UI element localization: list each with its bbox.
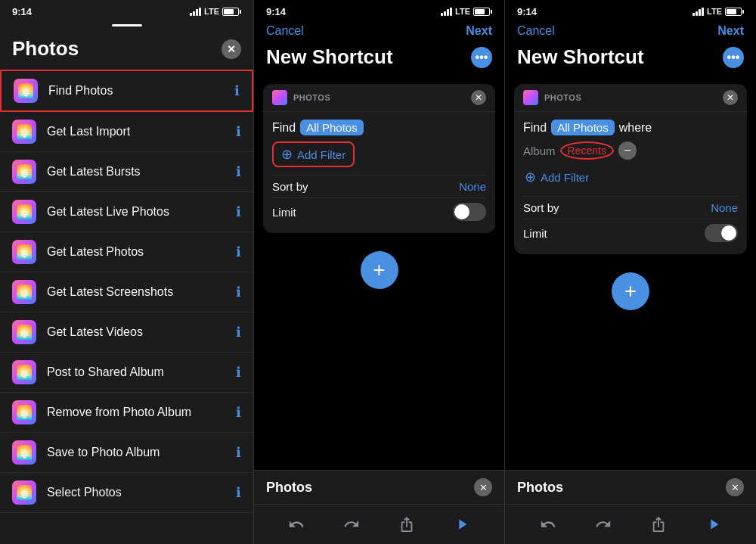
where-label-right: where: [619, 121, 652, 135]
list-item[interactable]: 🌅 Find Photos ℹ: [0, 70, 253, 112]
info-icon[interactable]: ℹ: [234, 82, 240, 99]
info-icon[interactable]: ℹ: [236, 244, 241, 260]
next-button-mid[interactable]: Next: [466, 24, 492, 38]
time-right: 9:14: [517, 6, 537, 17]
cancel-button-right[interactable]: Cancel: [517, 24, 555, 38]
bottom-close-icon: ✕: [479, 482, 488, 493]
limit-label-right: Limit: [523, 227, 547, 240]
info-icon[interactable]: ℹ: [236, 324, 241, 340]
options-button-right[interactable]: •••: [723, 47, 744, 68]
list-item[interactable]: 🌅 Get Latest Photos ℹ: [0, 232, 253, 272]
lte-mid: LTE: [455, 7, 470, 16]
battery-fill: [224, 9, 234, 14]
bottom-sheet-title-mid: Photos: [266, 480, 312, 496]
add-action-button-mid[interactable]: +: [361, 251, 398, 289]
sort-value-mid[interactable]: None: [459, 180, 486, 193]
undo-button-right[interactable]: [536, 512, 560, 536]
info-icon[interactable]: ℹ: [236, 444, 241, 461]
photos-icon: 🌅: [12, 120, 36, 144]
options-button-mid[interactable]: •••: [471, 47, 492, 68]
battery-mid: [473, 8, 492, 16]
redo-button-right[interactable]: [591, 512, 615, 536]
photos-list: 🌅 Find Photos ℹ 🌅 Get Last Import ℹ 🌅 Ge…: [0, 70, 253, 544]
info-icon[interactable]: ℹ: [236, 204, 241, 220]
battery-tip-mid: [491, 10, 492, 14]
limit-toggle-mid[interactable]: [453, 203, 486, 221]
list-item[interactable]: 🌅 Select Photos ℹ: [0, 473, 253, 513]
battery-right: [725, 8, 744, 16]
item-label: Save to Photo Album: [47, 446, 236, 459]
title-row-right: New Shortcut •••: [517, 45, 744, 69]
add-filter-text-right: Add Filter: [541, 171, 589, 184]
action-card-header-right: PHOTOS ✕: [514, 84, 747, 112]
item-label: Post to Shared Album: [47, 365, 236, 379]
bar4: [450, 8, 452, 16]
list-item[interactable]: 🌅 Get Latest Bursts ℹ: [0, 152, 253, 192]
status-bar-mid: 9:14 LTE: [254, 0, 504, 21]
card-close-mid[interactable]: ✕: [471, 90, 486, 105]
all-photos-badge-right[interactable]: All Photos: [551, 120, 615, 135]
play-button-right[interactable]: [702, 512, 726, 536]
bar3: [196, 9, 198, 16]
sort-label-mid: Sort by: [272, 180, 308, 193]
lte-right: LTE: [707, 7, 722, 16]
list-item[interactable]: 🌅 Get Latest Live Photos ℹ: [0, 192, 253, 232]
info-icon[interactable]: ℹ: [236, 484, 241, 501]
app-row-right: PHOTOS: [523, 90, 581, 105]
signal-right: [692, 8, 704, 16]
list-item[interactable]: 🌅 Save to Photo Album ℹ: [0, 433, 253, 473]
item-label: Remove from Photo Album: [47, 406, 236, 419]
info-icon[interactable]: ℹ: [236, 284, 241, 300]
battery-tip: [240, 10, 241, 14]
limit-toggle-right[interactable]: [705, 224, 738, 242]
share-button-right[interactable]: [646, 512, 671, 536]
info-icon[interactable]: ℹ: [236, 404, 241, 421]
app-row-mid: PHOTOS: [272, 90, 330, 105]
bottom-sheet-close-right[interactable]: ✕: [726, 478, 744, 496]
info-icon[interactable]: ℹ: [236, 364, 241, 381]
bar3: [447, 9, 449, 16]
play-button-mid[interactable]: [450, 512, 474, 536]
add-filter-button-mid[interactable]: ⊕ Add Filter: [272, 141, 355, 167]
close-button[interactable]: ✕: [222, 39, 241, 59]
remove-filter-button[interactable]: −: [618, 141, 637, 160]
sort-value-right[interactable]: None: [711, 201, 738, 214]
photos-icon: 🌅: [12, 400, 36, 424]
sort-label-right: Sort by: [523, 201, 559, 214]
list-item[interactable]: 🌅 Get Latest Screenshots ℹ: [0, 272, 253, 312]
shortcut-content-right: PHOTOS ✕ Find All Photos where Album Rec…: [505, 75, 756, 470]
bottom-sheet-close-mid[interactable]: ✕: [474, 478, 492, 496]
bar1: [441, 13, 443, 16]
list-item[interactable]: 🌅 Get Latest Videos ℹ: [0, 312, 253, 353]
battery-left: [222, 8, 241, 16]
cancel-button-mid[interactable]: Cancel: [266, 24, 304, 38]
list-item[interactable]: 🌅 Post to Shared Album ℹ: [0, 353, 253, 393]
add-action-button-right[interactable]: +: [612, 272, 649, 310]
redo-button-mid[interactable]: [339, 512, 364, 536]
info-icon[interactable]: ℹ: [236, 163, 241, 180]
title-row-mid: New Shortcut •••: [266, 45, 492, 69]
list-item[interactable]: 🌅 Get Last Import ℹ: [0, 112, 253, 152]
add-filter-button-right[interactable]: ⊕ Add Filter: [523, 166, 590, 188]
bar4: [199, 8, 201, 16]
all-photos-badge-mid[interactable]: All Photos: [300, 120, 364, 135]
battery-fill-right: [727, 9, 736, 14]
card-close-icon-right: ✕: [727, 92, 734, 103]
list-item[interactable]: 🌅 Remove from Photo Album ℹ: [0, 393, 253, 433]
lte-left: LTE: [204, 7, 219, 16]
info-icon[interactable]: ℹ: [236, 123, 241, 140]
next-button-right[interactable]: Next: [717, 24, 744, 38]
item-label: Get Latest Screenshots: [47, 285, 236, 299]
nav-bar-mid: Cancel Next: [254, 21, 504, 44]
bottom-sheet-controls-mid: [254, 505, 504, 544]
photos-header: Photos ✕: [0, 28, 253, 70]
ellipsis-icon-right: •••: [727, 51, 740, 64]
recents-badge-right[interactable]: Recents: [560, 141, 614, 160]
toggle-knob-mid: [454, 204, 469, 219]
item-label: Find Photos: [48, 84, 234, 98]
card-close-right[interactable]: ✕: [723, 90, 738, 105]
bar4: [702, 8, 704, 16]
share-button-mid[interactable]: [395, 512, 419, 536]
bar2: [444, 11, 446, 16]
undo-button-mid[interactable]: [284, 512, 308, 536]
